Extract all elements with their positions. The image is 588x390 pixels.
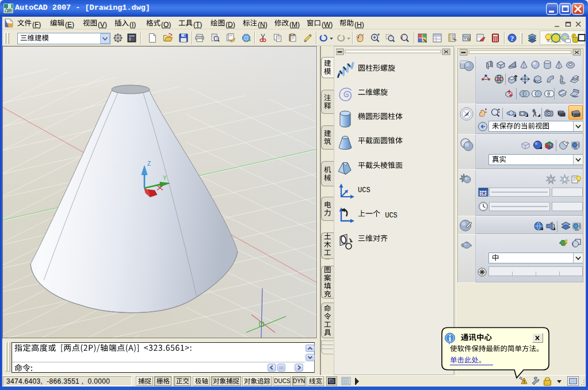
svg-text:Y: Y [163,175,167,181]
svg-text:?: ? [510,35,514,43]
svg-text:Z: Z [147,160,151,167]
